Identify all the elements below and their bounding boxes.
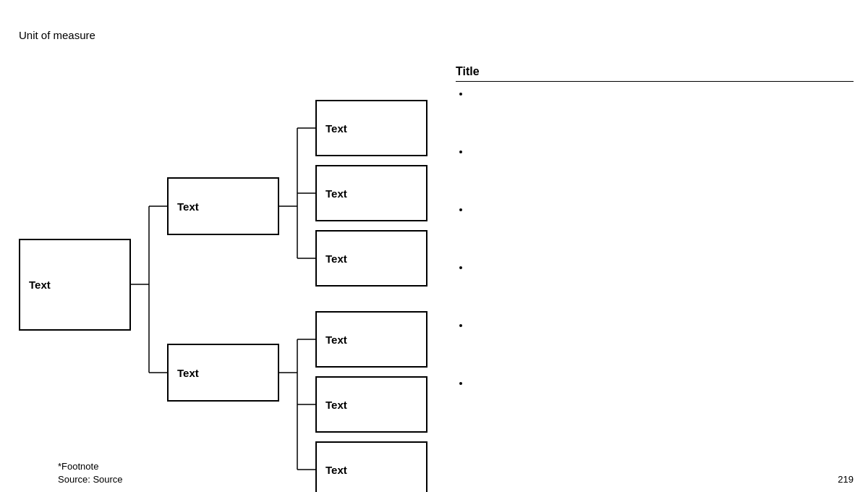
unit-of-measure-label: Unit of measure <box>19 29 95 41</box>
bullet-item-6 <box>470 377 854 389</box>
tree-l3-2-box: Text <box>315 165 427 221</box>
tree-l3-5-box: Text <box>315 376 427 433</box>
tree-l3-5-label: Text <box>326 399 347 411</box>
tree-l2-bot-box: Text <box>167 344 279 402</box>
tree-l3-3-box: Text <box>315 230 427 287</box>
tree-l2-top-box: Text <box>167 177 279 235</box>
bullet-item-2 <box>470 145 854 157</box>
tree-l3-3-label: Text <box>326 253 347 265</box>
title-section: Title <box>456 65 854 389</box>
bullet-list <box>456 88 854 389</box>
title-row: Title <box>456 65 854 82</box>
tree-l3-6-label: Text <box>326 464 347 476</box>
bullet-item-1 <box>470 88 854 99</box>
tree-l2-bot-label: Text <box>177 367 199 379</box>
tree-l3-2-label: Text <box>326 187 347 200</box>
tree-l2-top-label: Text <box>177 200 199 213</box>
tree-l3-4-box: Text <box>315 311 427 368</box>
footnote: *Footnote <box>58 461 98 472</box>
tree-l3-6-box: Text <box>315 441 427 492</box>
tree-l3-1-box: Text <box>315 100 427 156</box>
tree-root-box: Text <box>19 239 131 331</box>
tree-diagram: Text Text Text Text Text Text Text Text … <box>19 65 467 470</box>
source: Source: Source <box>58 474 123 485</box>
tree-root-label: Text <box>29 279 51 291</box>
title-text: Title <box>456 65 480 78</box>
bullet-item-4 <box>470 261 854 273</box>
tree-l3-4-label: Text <box>326 334 347 346</box>
tree-l3-1-label: Text <box>326 122 347 135</box>
bullet-item-3 <box>470 203 854 215</box>
page-number: 219 <box>838 474 854 485</box>
bullet-item-5 <box>470 319 854 331</box>
